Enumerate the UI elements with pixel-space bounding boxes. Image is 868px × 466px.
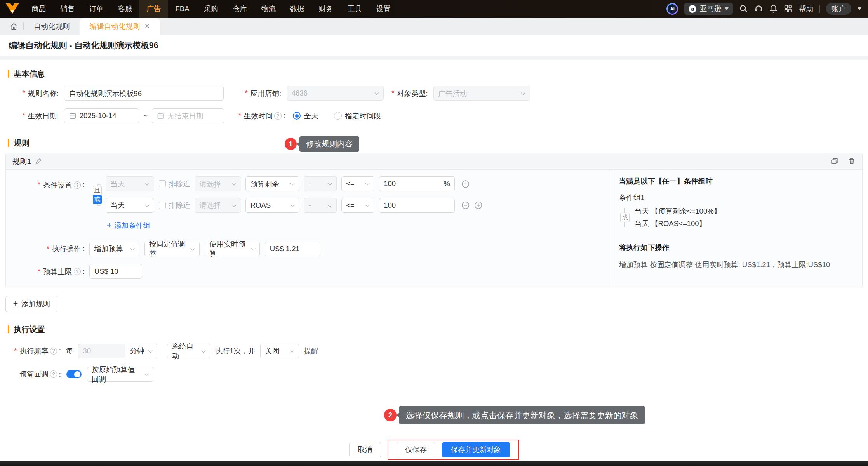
sub-metric-select[interactable]: -	[304, 176, 337, 191]
date-range-separator: ~	[143, 111, 148, 120]
tab-automation-rules[interactable]: 自动化规则	[24, 18, 80, 35]
top-navbar: 商品 销售 订单 客服 广告 FBA 采购 仓库 物流 数据 财务 工具 设置 …	[0, 0, 868, 18]
period-select[interactable]: 当天	[106, 176, 154, 191]
account-chevron-icon[interactable]	[858, 7, 861, 10]
action-value[interactable]	[270, 245, 316, 253]
store-value: 4636	[292, 89, 308, 97]
rule-name-input[interactable]	[64, 86, 224, 101]
callback-mode-select[interactable]: 按原始预算值回调	[87, 367, 153, 382]
help-icon[interactable]	[74, 181, 81, 189]
frequency-value-input[interactable]: 30	[78, 344, 125, 358]
operator-select[interactable]: <=	[341, 198, 375, 213]
tab-edit-automation-rule[interactable]: 编辑自动化规则	[80, 18, 160, 35]
effective-time-label: 生效时间 :	[238, 111, 285, 121]
radio-all-day[interactable]: 全天	[293, 111, 318, 121]
help-icon[interactable]	[74, 268, 81, 275]
save-and-update-button[interactable]: 保存并更新对象	[442, 442, 510, 457]
help-link[interactable]: 帮助	[799, 4, 813, 14]
menu-item-finance[interactable]: 财务	[311, 0, 340, 18]
exec-mode-select[interactable]: 系统自动	[167, 344, 210, 358]
help-icon[interactable]	[50, 370, 57, 378]
ai-assistant-icon[interactable]: AI	[666, 3, 678, 15]
menu-item-purchase[interactable]: 采购	[197, 0, 225, 18]
close-icon[interactable]	[144, 22, 150, 30]
radio-dot	[293, 112, 301, 120]
calendar-icon	[69, 112, 77, 120]
or-option[interactable]: 或	[93, 195, 102, 204]
object-type-select[interactable]: 广告活动	[433, 86, 530, 101]
checkbox[interactable]	[159, 202, 166, 209]
add-condition-icon[interactable]	[474, 201, 482, 209]
rule-name-value[interactable]	[69, 89, 219, 97]
plus-icon	[107, 221, 111, 230]
home-icon[interactable]	[4, 18, 23, 35]
menu-item-products[interactable]: 商品	[24, 0, 53, 18]
menu-item-data[interactable]: 数据	[283, 0, 311, 18]
radio-time-range[interactable]: 指定时间段	[334, 111, 381, 121]
budget-cap-input[interactable]	[89, 264, 142, 279]
search-icon[interactable]	[739, 4, 748, 13]
help-icon[interactable]	[50, 348, 57, 355]
end-date-input[interactable]: 无结束日期	[152, 108, 224, 123]
menu-item-sales[interactable]: 销售	[53, 0, 82, 18]
budget-cap-value[interactable]	[94, 267, 137, 276]
cancel-button[interactable]: 取消	[349, 442, 381, 457]
section-title: 基本信息	[14, 69, 45, 79]
marketplace-selector[interactable]: a 亚马逊	[684, 3, 733, 15]
store-select[interactable]: 4636	[287, 86, 383, 101]
title-bar: 编辑自动化规则 - 自动化规则演示模板96	[0, 35, 868, 56]
save-only-button[interactable]: 仅保存	[397, 442, 435, 457]
add-condition-group-link[interactable]: 添加条件组	[107, 221, 150, 230]
menu-item-service[interactable]: 客服	[111, 0, 139, 18]
menu-item-fba[interactable]: FBA	[168, 0, 197, 18]
metric-select[interactable]: ROAS	[245, 198, 299, 213]
threshold-value[interactable]	[384, 179, 450, 188]
metric-select[interactable]: 预算剩余	[245, 176, 299, 191]
help-icon[interactable]	[274, 112, 282, 120]
threshold-value[interactable]	[384, 201, 450, 210]
action-value-input[interactable]	[265, 242, 320, 256]
menu-item-tools[interactable]: 工具	[340, 0, 369, 18]
action-type-select[interactable]: 增加预算	[89, 242, 139, 256]
bell-icon[interactable]	[769, 4, 778, 13]
menu-item-logistics[interactable]: 物流	[254, 0, 283, 18]
account-menu[interactable]: 账户	[826, 3, 852, 15]
checkbox[interactable]	[159, 180, 166, 188]
marketplace-label: 亚马逊	[700, 4, 722, 14]
frequency-unit-select[interactable]: 分钟	[125, 344, 157, 358]
start-date-input[interactable]: 2025-10-14	[64, 108, 139, 123]
apps-grid-icon[interactable]	[784, 4, 793, 13]
copy-icon[interactable]	[831, 157, 838, 165]
and-option[interactable]: 且	[93, 186, 102, 195]
threshold-input[interactable]: %	[379, 176, 455, 191]
threshold-input[interactable]	[379, 198, 455, 213]
menu-item-settings[interactable]: 设置	[369, 0, 398, 18]
recent-range-select[interactable]: 请选择	[195, 176, 241, 191]
summary-group-title: 条件组1	[619, 193, 853, 202]
period-select[interactable]: 当天	[106, 198, 154, 213]
add-rule-button[interactable]: 添加规则	[5, 296, 57, 312]
summary-or-badge: 或	[620, 213, 630, 222]
operator-select[interactable]: <=	[341, 176, 375, 191]
budget-base-select[interactable]: 使用实时预算	[205, 242, 260, 256]
budget-callback-toggle[interactable]	[66, 370, 81, 378]
section-accent-bar	[8, 325, 9, 333]
recent-range-select[interactable]: 请选择	[195, 198, 241, 213]
exclude-recent-checkbox[interactable]: 排除近	[159, 179, 190, 189]
sub-metric-select[interactable]: -	[304, 198, 337, 213]
adjust-mode-select[interactable]: 按固定值调整	[144, 242, 200, 256]
add-rule-label: 添加规则	[21, 299, 50, 309]
menu-item-warehouse[interactable]: 仓库	[225, 0, 254, 18]
delete-icon[interactable]	[848, 157, 856, 165]
notify-select[interactable]: 关闭	[260, 344, 299, 358]
remove-condition-icon[interactable]	[461, 201, 470, 209]
headset-icon[interactable]	[754, 4, 763, 13]
menu-item-ads[interactable]: 广告	[139, 0, 168, 18]
remove-condition-icon[interactable]	[461, 180, 470, 188]
budget-callback-label: 预算回调 :	[7, 369, 61, 379]
menu-item-orders[interactable]: 订单	[82, 0, 111, 18]
fox-logo-icon[interactable]	[0, 0, 24, 18]
edit-icon[interactable]	[35, 158, 42, 165]
exclude-recent-checkbox[interactable]: 排除近	[159, 200, 190, 210]
step-number-badge: 2	[384, 409, 396, 421]
